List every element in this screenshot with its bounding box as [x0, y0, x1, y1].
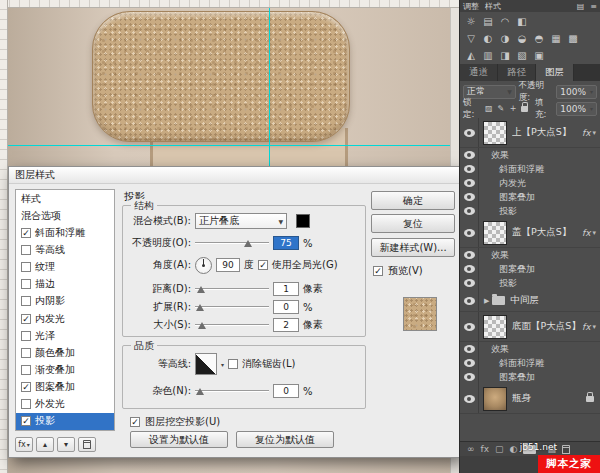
contour-picker[interactable] [195, 353, 217, 375]
move-effect-up-button[interactable]: ▴ [36, 437, 54, 452]
angle-value[interactable]: 90 [216, 258, 240, 272]
blend-mode-select[interactable]: 正片叠底 ▼ [195, 213, 287, 229]
posterize-icon[interactable]: ▥ [480, 48, 496, 63]
curves-icon[interactable]: ◠ [497, 14, 513, 29]
styles-list-item-color-overlay[interactable]: 颜色叠加 [16, 344, 114, 361]
layer-opacity-value[interactable]: 100% ▾ [556, 85, 597, 99]
style-checkbox[interactable] [21, 262, 31, 272]
visibility-toggle[interactable] [460, 276, 479, 290]
panel-list-icon[interactable]: ▤ [577, 2, 585, 11]
style-checkbox[interactable] [21, 245, 31, 255]
group-row[interactable]: ▶ 中间层 [460, 290, 600, 312]
chevron-down-icon[interactable]: ▾ [221, 361, 224, 368]
layer-fill-value[interactable]: 100% ▾ [556, 102, 597, 116]
style-checkbox[interactable]: ✓ [21, 228, 31, 238]
layer-thumbnail[interactable] [483, 387, 507, 411]
styles-list-item-blending-options[interactable]: 混合选项 [16, 207, 114, 224]
hue-saturation-icon[interactable]: ◐ [480, 31, 496, 46]
style-checkbox[interactable] [21, 279, 31, 289]
visibility-toggle[interactable] [460, 204, 479, 218]
styles-list-item-stroke[interactable]: 描边 [16, 276, 114, 293]
lock-transparent-pixels-icon[interactable]: ▨ [484, 104, 493, 113]
preview-checkbox[interactable]: ✓ [373, 266, 383, 276]
visibility-toggle[interactable] [460, 148, 479, 162]
layer-thumbnail[interactable] [483, 315, 507, 339]
ok-button[interactable]: 确定 [371, 191, 455, 210]
tab-layers[interactable]: 图层 [536, 64, 574, 81]
tab-channels[interactable]: 通道 [460, 64, 498, 81]
visibility-toggle[interactable] [460, 176, 479, 190]
adjustment-layer-icon[interactable]: ◐ [510, 444, 518, 454]
styles-list-item-gradient-overlay[interactable]: 渐变叠加 [16, 361, 114, 378]
lock-all-icon[interactable] [521, 106, 528, 112]
exposure-icon[interactable]: ◧ [514, 14, 530, 29]
opacity-value[interactable]: 75 [273, 236, 299, 250]
panel-menu-icon[interactable]: ≡ [590, 2, 597, 11]
visibility-toggle[interactable] [460, 384, 479, 413]
brightness-contrast-icon[interactable]: ☼ [463, 14, 479, 29]
effects-header-row[interactable]: 效果 [460, 342, 600, 356]
visibility-toggle[interactable] [460, 248, 479, 262]
distance-value[interactable]: 1 [273, 282, 299, 296]
photo-filter-icon[interactable]: ◓ [531, 31, 547, 46]
effects-header-row[interactable]: 效果 [460, 148, 600, 162]
color-lookup-icon[interactable]: ▩ [565, 31, 581, 46]
effect-row[interactable]: 斜面和浮雕 [460, 356, 600, 370]
reset-button[interactable]: 复位 [371, 214, 455, 233]
visibility-toggle[interactable] [460, 342, 479, 356]
layer-row[interactable]: 盖【P大点S】 fx ▾ [460, 218, 600, 248]
set-default-button[interactable]: 设置为默认值 [130, 431, 228, 448]
styles-list-item-inner-glow[interactable]: ✓ 内发光 [16, 310, 114, 327]
visibility-toggle[interactable] [460, 262, 479, 276]
styles-list-item-drop-shadow[interactable]: ✓ 投影 [16, 413, 114, 430]
effects-header-row[interactable]: 效果 [460, 248, 600, 262]
styles-list-item-styles[interactable]: 样式 [16, 190, 114, 207]
tab-adjustments[interactable]: 调整 [463, 1, 479, 12]
fx-collapse-icon[interactable]: ▾ [592, 323, 596, 331]
effect-row[interactable]: 投影 [460, 204, 600, 218]
visibility-toggle[interactable] [460, 290, 479, 311]
size-slider[interactable] [195, 319, 269, 331]
effect-row[interactable]: 投影 [460, 276, 600, 290]
styles-list-item-inner-shadow[interactable]: 内阴影 [16, 293, 114, 310]
tab-styles[interactable]: 样式 [485, 1, 501, 12]
effect-row[interactable]: 内发光 [460, 176, 600, 190]
selective-color-icon[interactable]: ▣ [531, 48, 547, 63]
link-layers-icon[interactable]: ∞ [467, 444, 475, 454]
styles-list-item-pattern-overlay[interactable]: ✓ 图案叠加 [16, 379, 114, 396]
distance-slider[interactable] [195, 283, 269, 295]
shadow-color-swatch[interactable] [296, 214, 310, 228]
layer-row[interactable]: 瓶身 [460, 384, 600, 414]
effect-row[interactable]: 图案叠加 [460, 190, 600, 204]
noise-value[interactable]: 0 [273, 384, 299, 398]
visibility-toggle[interactable] [460, 370, 479, 384]
vibrance-icon[interactable]: ▽ [463, 31, 479, 46]
styles-list-item-bevel-emboss[interactable]: ✓ 斜面和浮雕 [16, 224, 114, 241]
group-expand-icon[interactable]: ▶ [484, 297, 489, 305]
visibility-toggle[interactable] [460, 218, 479, 247]
reset-default-button[interactable]: 复位为默认值 [236, 431, 334, 448]
antialias-checkbox[interactable] [228, 359, 238, 369]
move-effect-down-button[interactable]: ▾ [57, 437, 75, 452]
add-effect-button[interactable]: fx ▾ [15, 437, 33, 452]
lock-position-icon[interactable]: + [509, 104, 518, 113]
black-white-icon[interactable]: ◒ [514, 31, 530, 46]
tab-paths[interactable]: 路径 [498, 64, 536, 81]
new-style-button[interactable]: 新建样式(W)... [371, 238, 455, 257]
invert-icon[interactable]: ◭ [463, 48, 479, 63]
layer-effects-icon[interactable]: fx [481, 444, 490, 454]
visibility-toggle[interactable] [460, 190, 479, 204]
style-checkbox[interactable]: ✓ [21, 382, 31, 392]
styles-list-item-contour[interactable]: 等高线 [16, 241, 114, 258]
style-checkbox[interactable] [21, 331, 31, 341]
dialog-titlebar[interactable]: 图层样式 [9, 167, 459, 184]
effect-row[interactable]: 图案叠加 [460, 262, 600, 276]
global-light-checkbox[interactable]: ✓ [258, 260, 268, 270]
noise-slider[interactable] [195, 385, 269, 397]
visibility-toggle[interactable] [460, 162, 479, 176]
spread-value[interactable]: 0 [273, 300, 299, 314]
knockout-checkbox[interactable]: ✓ [130, 417, 140, 427]
delete-layer-icon[interactable] [562, 445, 570, 454]
layer-row[interactable]: 上【P大点S】 fx ▾ [460, 118, 600, 148]
styles-list-item-texture[interactable]: 纹理 [16, 259, 114, 276]
